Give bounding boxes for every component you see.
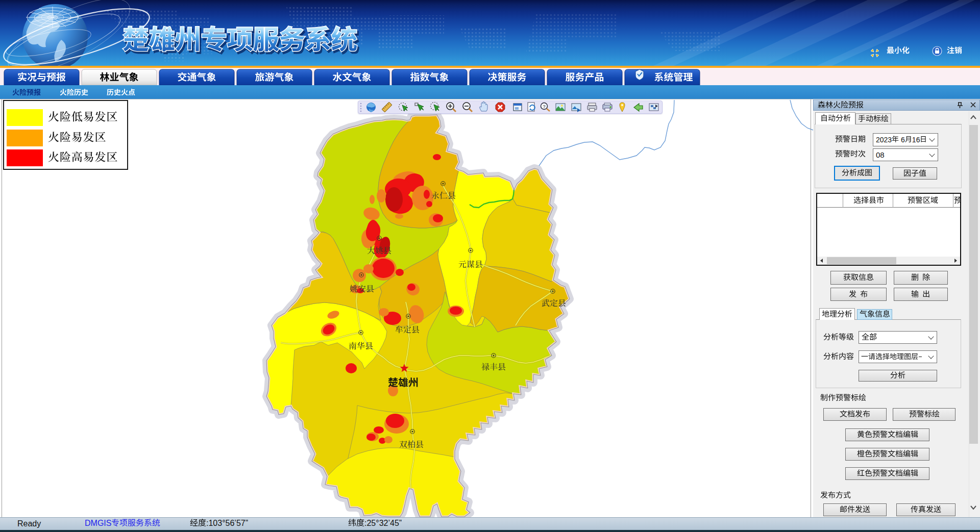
svg-text:?: ? (543, 104, 546, 109)
